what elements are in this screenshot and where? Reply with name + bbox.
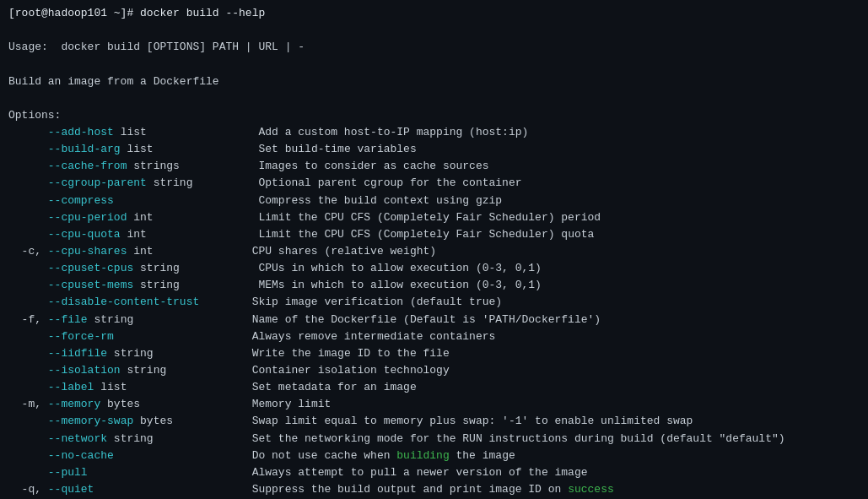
opt-disable-content-trust: --disable-content-trust Skip image verif… [8,294,860,311]
prompt-line: [root@hadoop101 ~]# docker build --help [8,5,860,22]
blank-3 [8,90,860,107]
opt-memory-swap: --memory-swap bytes Swap limit equal to … [8,413,860,430]
prompt-text: [root@hadoop101 ~]# docker build --help [8,7,265,19]
blank-1 [8,22,860,39]
opt-cpu-shares: -c, --cpu-shares int CPU shares (relativ… [8,243,860,260]
opt-network: --network string Set the networking mode… [8,431,860,447]
opt-cpuset-cpus: --cpuset-cpus string CPUs in which to al… [8,260,860,277]
opt-build-arg: --build-arg list Set build-time variable… [8,141,860,158]
opt-cpu-period: --cpu-period int Limit the CPU CFS (Comp… [8,209,860,226]
opt-add-host: --add-host list Add a custom host-to-IP … [8,124,860,141]
opt-quiet: -q, --quiet Suppress the build output an… [8,481,860,498]
opt-cpu-quota: --cpu-quota int Limit the CPU CFS (Compl… [8,226,860,243]
description-line: Build an image from a Dockerfile [8,73,860,90]
blank-2 [8,56,860,73]
opt-cpuset-mems: --cpuset-mems string MEMs in which to al… [8,277,860,294]
opt-isolation: --isolation string Container isolation t… [8,362,860,379]
usage-line: Usage: docker build [OPTIONS] PATH | URL… [8,39,860,56]
opt-label: --label list Set metadata for an image [8,379,860,396]
opt-memory: -m, --memory bytes Memory limit [8,396,860,413]
opt-compress: --compress Compress the build context us… [8,193,860,209]
terminal-window: [root@hadoop101 ~]# docker build --help … [0,0,868,499]
opt-pull: --pull Always attempt to pull a newer ve… [8,464,860,481]
opt-force-rm: --force-rm Always remove intermediate co… [8,328,860,345]
opt-file: -f, --file string Name of the Dockerfile… [8,312,860,328]
opt-cache-from: --cache-from strings Images to consider … [8,158,860,175]
opt-no-cache: --no-cache Do not use cache when buildin… [8,447,860,464]
opt-cgroup-parent: --cgroup-parent string Optional parent c… [8,175,860,192]
options-header: Options: [8,107,860,124]
opt-iidfile: --iidfile string Write the image ID to t… [8,345,860,362]
